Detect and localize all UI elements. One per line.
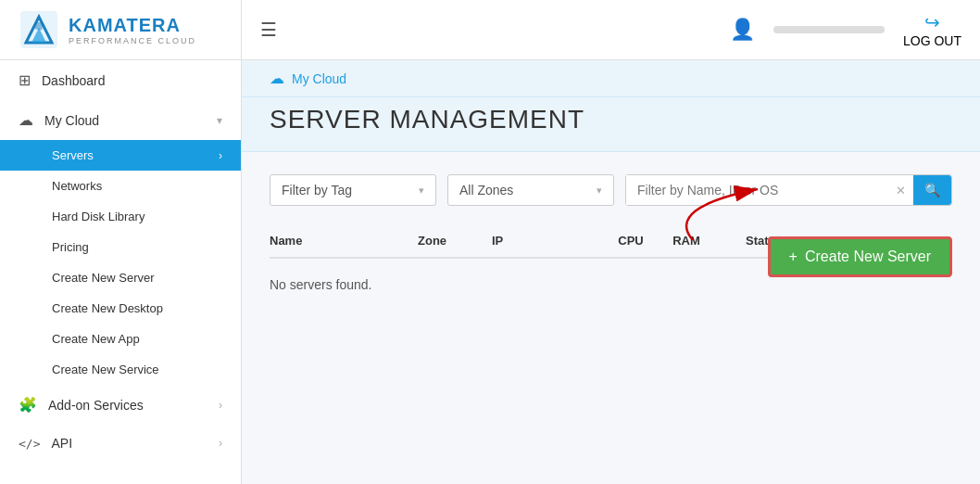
col-cpu-header: CPU <box>603 234 659 248</box>
main-content: ☰ 👤 ↪ LOG OUT ☁ My Cloud SERVER MANAGEME… <box>242 0 980 484</box>
sidebar-item-create-new-app[interactable]: Create New App <box>0 324 241 354</box>
sidebar-item-servers[interactable]: Servers › <box>0 140 241 171</box>
logo-tagline: PERFORMANCE CLOUD <box>69 36 196 45</box>
col-name-header: Name <box>270 234 418 248</box>
sidebar-item-my-cloud[interactable]: ☁ My Cloud ▾ <box>0 100 241 140</box>
sidebar: KAMATERA PERFORMANCE CLOUD ⊞ Dashboard ☁… <box>0 0 242 484</box>
kamatera-logo-icon <box>19 9 59 50</box>
logo-area: KAMATERA PERFORMANCE CLOUD <box>0 0 241 60</box>
user-icon: 👤 <box>730 18 755 42</box>
dashboard-icon: ⊞ <box>19 71 31 89</box>
sidebar-item-create-new-server[interactable]: Create New Server <box>0 262 241 293</box>
filter-tag-label: Filter by Tag <box>282 183 352 197</box>
chevron-right-icon: › <box>219 149 222 162</box>
filter-name-search: ✕ 🔍 <box>625 174 952 206</box>
header-left: ☰ <box>260 19 277 41</box>
sidebar-item-api[interactable]: </> API › <box>0 425 241 462</box>
cloud-icon: ☁ <box>19 111 33 129</box>
page-title-bar: SERVER MANAGEMENT <box>242 97 980 152</box>
user-bar <box>773 26 885 33</box>
create-service-label: Create New Service <box>52 363 159 376</box>
content-area: Filter by Tag ▾ All Zones ▾ ✕ 🔍 Name Zon… <box>242 152 980 333</box>
svg-rect-3 <box>34 21 43 30</box>
pricing-label: Pricing <box>52 240 89 254</box>
sidebar-item-hard-disk-library[interactable]: Hard Disk Library <box>0 201 241 232</box>
sidebar-item-label: Add-on Services <box>48 398 219 413</box>
logo-text: KAMATERA PERFORMANCE CLOUD <box>69 15 196 45</box>
chevron-down-icon: ▾ <box>419 185 424 197</box>
sidebar-item-pricing[interactable]: Pricing <box>0 232 241 262</box>
create-button-label: Create New Server <box>805 248 931 265</box>
search-input[interactable] <box>626 175 888 205</box>
clear-icon[interactable]: ✕ <box>888 184 913 197</box>
filters-row: Filter by Tag ▾ All Zones ▾ ✕ 🔍 <box>270 174 952 206</box>
puzzle-icon: 🧩 <box>19 396 37 414</box>
plus-icon: + <box>789 248 798 265</box>
api-icon: </> <box>19 437 40 451</box>
sidebar-item-create-new-desktop[interactable]: Create New Desktop <box>0 293 241 324</box>
sidebar-item-label: My Cloud <box>44 113 217 128</box>
header: ☰ 👤 ↪ LOG OUT <box>242 0 980 60</box>
chevron-down-icon: ▾ <box>597 185 602 197</box>
breadcrumb-cloud-icon: ☁ <box>270 70 284 87</box>
sidebar-item-label: Dashboard <box>42 73 222 88</box>
logo-brand: KAMATERA <box>69 15 196 36</box>
chevron-right-icon: › <box>219 437 222 450</box>
col-ram-header: RAM <box>659 234 714 248</box>
create-server-label: Create New Server <box>52 271 155 285</box>
hard-disk-label: Hard Disk Library <box>52 210 144 223</box>
chevron-right-icon: › <box>219 399 222 412</box>
create-app-label: Create New App <box>52 332 140 346</box>
menu-hamburger-icon[interactable]: ☰ <box>260 19 277 41</box>
sidebar-item-create-new-service[interactable]: Create New Service <box>0 354 241 385</box>
networks-label: Networks <box>52 179 102 193</box>
create-new-server-button[interactable]: + Create New Server <box>768 236 952 277</box>
logout-button[interactable]: ↪ LOG OUT <box>903 11 961 48</box>
filter-zone-label: All Zones <box>459 183 513 197</box>
page-content: ☁ My Cloud SERVER MANAGEMENT Filter by T… <box>242 60 980 484</box>
sidebar-item-label: API <box>51 436 219 451</box>
filter-zone-select[interactable]: All Zones ▾ <box>447 174 614 206</box>
chevron-down-icon: ▾ <box>217 114 222 127</box>
create-server-button-container: + Create New Server <box>768 236 952 277</box>
breadcrumb: ☁ My Cloud <box>242 60 980 97</box>
sidebar-item-networks[interactable]: Networks <box>0 171 241 201</box>
logout-icon: ↪ <box>924 11 940 33</box>
col-zone-header: Zone <box>418 234 492 248</box>
sidebar-item-dashboard[interactable]: ⊞ Dashboard <box>0 60 241 100</box>
sidebar-nav: ⊞ Dashboard ☁ My Cloud ▾ Servers › Netwo… <box>0 60 241 484</box>
filter-by-tag-select[interactable]: Filter by Tag ▾ <box>270 174 436 206</box>
create-desktop-label: Create New Desktop <box>52 301 163 315</box>
logout-label: LOG OUT <box>903 33 961 48</box>
col-ip-header: IP <box>492 234 603 248</box>
sidebar-item-add-on-services[interactable]: 🧩 Add-on Services › <box>0 385 241 425</box>
search-button[interactable]: 🔍 <box>913 175 951 205</box>
header-right: 👤 ↪ LOG OUT <box>730 11 961 48</box>
breadcrumb-link[interactable]: My Cloud <box>292 71 346 86</box>
servers-label: Servers <box>52 148 94 162</box>
page-title: SERVER MANAGEMENT <box>270 105 952 134</box>
